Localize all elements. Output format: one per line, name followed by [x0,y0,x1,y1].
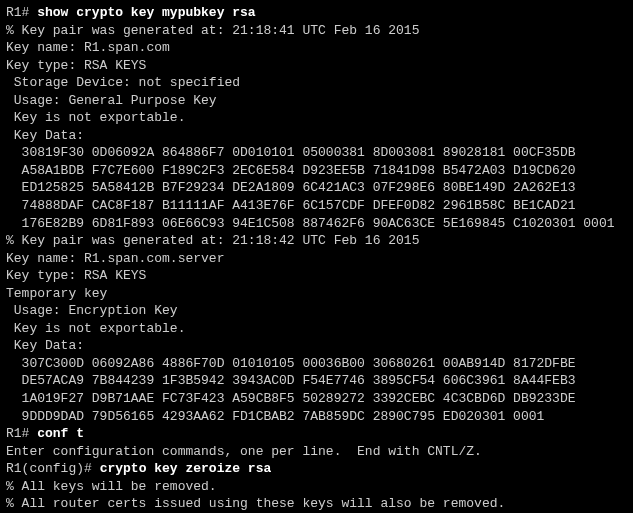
terminal-line: DE57ACA9 7B844239 1F3B5942 3943AC0D F54E… [6,372,627,390]
terminal-line: 30819F30 0D06092A 864886F7 0D010101 0500… [6,144,627,162]
output-text: Key type: RSA KEYS [6,58,146,73]
cli-command: crypto key zeroize rsa [100,461,272,476]
terminal-line: Key Data: [6,337,627,355]
terminal-line: 176E82B9 6D81F893 06E66C93 94E1C508 8874… [6,215,627,233]
cli-prompt: R1# [6,5,37,20]
terminal-line: R1(config)# crypto key zeroize rsa [6,460,627,478]
output-text: Storage Device: not specified [6,75,240,90]
terminal-line: 9DDD9DAD 79D56165 4293AA62 FD1CBAB2 7AB8… [6,408,627,426]
terminal-line: A58A1BDB F7C7E600 F189C2F3 2EC6E584 D923… [6,162,627,180]
output-text: Key name: R1.span.com.server [6,251,224,266]
terminal-line: % Key pair was generated at: 21:18:41 UT… [6,22,627,40]
terminal-line: Key name: R1.span.com [6,39,627,57]
cli-command: conf t [37,426,84,441]
terminal-output[interactable]: R1# show crypto key mypubkey rsa% Key pa… [6,4,627,513]
output-text: 30819F30 0D06092A 864886F7 0D010101 0500… [6,145,576,160]
output-text: Temporary key [6,286,107,301]
output-text: Key type: RSA KEYS [6,268,146,283]
terminal-line: Temporary key [6,285,627,303]
output-text: Usage: Encryption Key [6,303,178,318]
output-text: 74888DAF CAC8F187 B11111AF A413E76F 6C15… [6,198,576,213]
output-text: Key is not exportable. [6,110,185,125]
output-text: Key is not exportable. [6,321,185,336]
cli-prompt: R1(config)# [6,461,100,476]
output-text: Usage: General Purpose Key [6,93,217,108]
terminal-line: R1# show crypto key mypubkey rsa [6,4,627,22]
output-text: Key Data: [6,338,84,353]
terminal-line: Key type: RSA KEYS [6,57,627,75]
output-text: DE57ACA9 7B844239 1F3B5942 3943AC0D F54E… [6,373,576,388]
output-text: 9DDD9DAD 79D56165 4293AA62 FD1CBAB2 7AB8… [6,409,544,424]
output-text: Enter configuration commands, one per li… [6,444,482,459]
output-text: % Key pair was generated at: 21:18:41 UT… [6,23,419,38]
terminal-line: 307C300D 06092A86 4886F70D 01010105 0003… [6,355,627,373]
cli-command: show crypto key mypubkey rsa [37,5,255,20]
terminal-line: Enter configuration commands, one per li… [6,443,627,461]
terminal-line: % Key pair was generated at: 21:18:42 UT… [6,232,627,250]
output-text: 176E82B9 6D81F893 06E66C93 94E1C508 8874… [6,216,615,231]
terminal-line: ED125825 5A58412B B7F29234 DE2A1809 6C42… [6,179,627,197]
terminal-line: R1# conf t [6,425,627,443]
terminal-line: % All keys will be removed. [6,478,627,496]
output-text: ED125825 5A58412B B7F29234 DE2A1809 6C42… [6,180,576,195]
output-text: Key name: R1.span.com [6,40,170,55]
terminal-line: Key name: R1.span.com.server [6,250,627,268]
output-text: 1A019F27 D9B71AAE FC73F423 A59CB8F5 5028… [6,391,576,406]
output-text: 307C300D 06092A86 4886F70D 01010105 0003… [6,356,576,371]
cli-prompt: R1# [6,426,37,441]
terminal-line: Key is not exportable. [6,320,627,338]
terminal-line: Storage Device: not specified [6,74,627,92]
terminal-line: Key Data: [6,127,627,145]
output-text: % All keys will be removed. [6,479,217,494]
terminal-line: 1A019F27 D9B71AAE FC73F423 A59CB8F5 5028… [6,390,627,408]
terminal-line: Key is not exportable. [6,109,627,127]
terminal-line: 74888DAF CAC8F187 B11111AF A413E76F 6C15… [6,197,627,215]
terminal-line: % All router certs issued using these ke… [6,495,627,513]
terminal-line: Usage: General Purpose Key [6,92,627,110]
output-text: % All router certs issued using these ke… [6,496,505,511]
terminal-line: Usage: Encryption Key [6,302,627,320]
output-text: A58A1BDB F7C7E600 F189C2F3 2EC6E584 D923… [6,163,576,178]
output-text: % Key pair was generated at: 21:18:42 UT… [6,233,419,248]
output-text: Key Data: [6,128,84,143]
terminal-line: Key type: RSA KEYS [6,267,627,285]
